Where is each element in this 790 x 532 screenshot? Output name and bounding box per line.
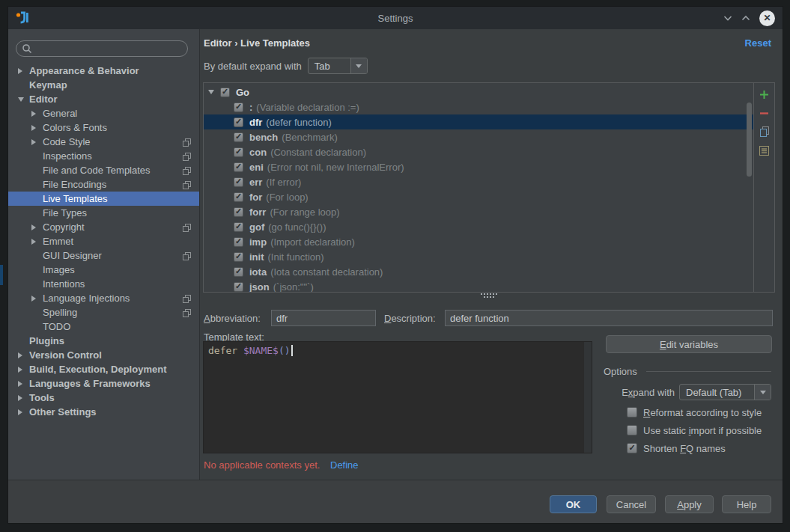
- editor-scrollbar-track[interactable]: [584, 342, 592, 453]
- expand-with-select[interactable]: Default (Tab): [679, 384, 771, 400]
- sidebar-item-images[interactable]: Images: [8, 263, 199, 277]
- sidebar-item-plugins[interactable]: Plugins: [8, 334, 199, 348]
- template-checkbox[interactable]: [234, 207, 243, 217]
- splitter-handle[interactable]: [203, 293, 775, 299]
- static-import-checkbox[interactable]: [627, 425, 637, 435]
- sidebar-item-colors-fonts[interactable]: Colors & Fonts: [8, 120, 199, 135]
- template-row-eni[interactable]: eni(Error not nil, new InternalError): [204, 159, 753, 174]
- sidebar-item-todo[interactable]: TODO: [8, 319, 199, 334]
- template-checkbox[interactable]: [234, 162, 243, 172]
- chevron-right-icon: [31, 296, 43, 302]
- settings-search-input[interactable]: [16, 40, 188, 57]
- sidebar-item-emmet[interactable]: Emmet: [8, 234, 199, 248]
- shorten-fq-checkbox-row[interactable]: Shorten FQ names: [627, 441, 726, 455]
- sidebar-item-tools[interactable]: Tools: [8, 391, 199, 405]
- roll-up-icon[interactable]: [741, 14, 750, 22]
- sidebar-item-intentions[interactable]: Intentions: [8, 277, 199, 291]
- sidebar-item-code-style[interactable]: Code Style: [8, 135, 199, 149]
- list-scrollbar[interactable]: [747, 103, 752, 177]
- sidebar-item-copyright[interactable]: Copyright: [8, 220, 199, 234]
- shared-settings-icon: [183, 152, 191, 163]
- template-group-go[interactable]: Go: [204, 85, 753, 100]
- template-checkbox[interactable]: [234, 103, 243, 112]
- group-checkbox[interactable]: [220, 88, 230, 97]
- add-icon[interactable]: [759, 89, 770, 100]
- window-title: Settings: [8, 13, 783, 24]
- chevron-right-icon: [18, 352, 29, 358]
- combo-arrow-icon[interactable]: [350, 58, 367, 73]
- template-checkbox[interactable]: [234, 132, 243, 142]
- template-row-init[interactable]: init(Init function): [204, 249, 753, 264]
- template-row-json[interactable]: json(`json:""`): [204, 279, 753, 292]
- sidebar-item-file-types[interactable]: File Types: [8, 206, 199, 220]
- sidebar-item-build-execution-deployment[interactable]: Build, Execution, Deployment: [8, 362, 199, 376]
- template-row-forr[interactable]: forr(For range loop): [204, 204, 753, 219]
- sidebar-item-appearance-behavior[interactable]: Appearance & Behavior: [8, 64, 199, 78]
- duplicate-icon[interactable]: [759, 126, 770, 137]
- sidebar-item-editor[interactable]: Editor: [8, 92, 199, 106]
- sidebar-item-general[interactable]: General: [8, 106, 199, 120]
- reformat-checkbox-row[interactable]: Reformat according to style: [627, 406, 762, 419]
- template-list: Go :(Variable declaration :=) dfr(defer …: [204, 83, 753, 292]
- abbreviation-input[interactable]: [271, 310, 376, 326]
- template-checkbox[interactable]: [234, 252, 243, 262]
- sidebar-item-keymap[interactable]: Keymap: [8, 78, 199, 92]
- template-checkbox[interactable]: [234, 177, 243, 187]
- text-caret: [291, 345, 293, 356]
- template-text-editor[interactable]: defer $NAME$(): [203, 341, 592, 453]
- template-row-bench[interactable]: bench(Benchmark): [204, 129, 753, 144]
- roll-down-icon[interactable]: [723, 14, 732, 22]
- sidebar-item-version-control[interactable]: Version Control: [8, 348, 199, 362]
- static-import-checkbox-row[interactable]: Use static import if possible: [627, 424, 762, 437]
- reformat-checkbox[interactable]: [627, 407, 637, 418]
- template-row-imp[interactable]: imp(Import declaration): [204, 234, 753, 249]
- restore-defaults-icon[interactable]: [759, 145, 770, 156]
- sidebar-item-live-templates[interactable]: Live Templates: [8, 192, 199, 206]
- description-label: Description:: [384, 313, 436, 324]
- template-checkbox[interactable]: [234, 192, 243, 202]
- list-toolbar: [753, 83, 774, 292]
- template-checkbox[interactable]: [234, 282, 243, 292]
- close-icon[interactable]: ✕: [759, 10, 775, 26]
- template-row-err[interactable]: err(If error): [204, 174, 753, 189]
- template-checkbox[interactable]: [234, 147, 243, 157]
- chevron-right-icon: [31, 239, 43, 245]
- sidebar-item-file-and-code-templates[interactable]: File and Code Templates: [8, 163, 199, 177]
- remove-icon[interactable]: [759, 108, 770, 118]
- sidebar-item-languages-frameworks[interactable]: Languages & Frameworks: [8, 376, 199, 391]
- template-checkbox[interactable]: [234, 237, 243, 247]
- reset-link[interactable]: Reset: [745, 37, 771, 49]
- abbreviation-label: Abbreviation:: [204, 313, 261, 324]
- template-row-variable-declaration[interactable]: :(Variable declaration :=): [204, 100, 753, 114]
- template-row-iota[interactable]: iota(Iota constant declaration): [204, 264, 753, 279]
- edit-variables-button[interactable]: Edit variables: [606, 335, 772, 353]
- titlebar[interactable]: Settings ✕: [8, 7, 783, 29]
- sidebar-item-language-injections[interactable]: Language Injections: [8, 291, 199, 305]
- chevron-down-icon: [205, 90, 220, 94]
- sidebar-item-spelling[interactable]: Spelling: [8, 305, 199, 319]
- description-input[interactable]: [445, 310, 773, 326]
- define-link[interactable]: Define: [330, 459, 359, 471]
- sidebar-item-inspections[interactable]: Inspections: [8, 149, 199, 163]
- shorten-fq-checkbox[interactable]: [627, 443, 637, 453]
- options-group-title: Options: [604, 366, 637, 377]
- help-button[interactable]: Help: [722, 495, 771, 513]
- template-checkbox[interactable]: [234, 117, 243, 127]
- apply-button[interactable]: Apply: [665, 495, 714, 513]
- sidebar-item-gui-designer[interactable]: GUI Designer: [8, 248, 199, 263]
- template-row-con[interactable]: con(Constant declaration): [204, 144, 753, 159]
- shared-settings-icon: [183, 251, 191, 263]
- ok-button[interactable]: OK: [550, 495, 597, 513]
- template-row-dfr[interactable]: dfr(defer function): [204, 114, 753, 129]
- template-row-gof[interactable]: gof(go func(){}()): [204, 219, 753, 234]
- template-checkbox[interactable]: [234, 222, 243, 232]
- chevron-right-icon: [18, 367, 29, 373]
- combo-arrow-icon[interactable]: [754, 385, 771, 400]
- sidebar-item-other-settings[interactable]: Other Settings: [8, 405, 199, 419]
- sidebar-item-file-encodings[interactable]: File Encodings: [8, 177, 199, 192]
- cancel-button[interactable]: Cancel: [607, 495, 656, 513]
- default-expand-select[interactable]: Tab: [308, 58, 368, 74]
- expand-with-value: Default (Tab): [680, 387, 754, 398]
- template-checkbox[interactable]: [234, 267, 243, 277]
- template-row-for[interactable]: for(For loop): [204, 189, 753, 204]
